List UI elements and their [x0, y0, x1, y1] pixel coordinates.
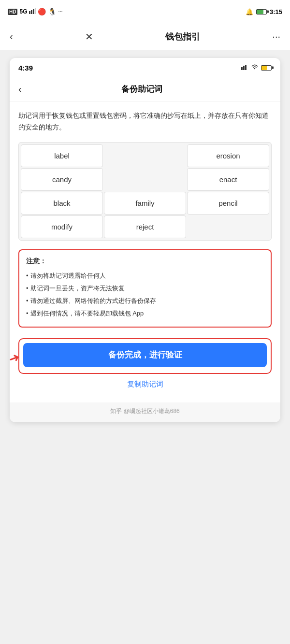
word-cell-2 — [104, 144, 186, 167]
svg-rect-2 — [33, 9, 34, 14]
word-cell-3: erosion — [187, 144, 269, 167]
outer-more-button[interactable]: ··· — [272, 31, 280, 42]
warning-item-1: • 请勿将助记词透露给任何人 — [26, 270, 264, 282]
signal-bars-icon — [29, 8, 36, 15]
outer-back-button[interactable]: ‹ — [10, 31, 13, 42]
warning-item-4: • 遇到任何情况，请不要轻易卸载钱包 App — [26, 307, 264, 320]
inner-page-title: 备份助记词 — [28, 84, 256, 95]
inner-battery-icon — [261, 65, 272, 71]
mnemonic-grid: label erosion candy enact black family p… — [18, 142, 272, 241]
outer-status-right: 🔔 3:15 — [246, 8, 282, 15]
hd-badge: HD — [8, 9, 17, 15]
inner-signal-icon — [241, 64, 248, 72]
inner-status-bar: 4:39 — [10, 58, 280, 77]
word-cell-7: black — [21, 192, 103, 215]
word-cell-12 — [187, 215, 269, 238]
inner-nav: ‹ 备份助记词 — [10, 77, 280, 101]
signal-icon: 5G — [19, 8, 27, 15]
confirm-button[interactable]: 备份完成，进行验证 — [23, 343, 267, 367]
more-apps-icon: ··· — [58, 9, 62, 14]
outer-close-button[interactable]: ✕ — [85, 31, 93, 43]
word-cell-5 — [104, 168, 186, 191]
inner-status-icons — [241, 64, 272, 72]
outer-nav-title: 钱包指引 — [165, 31, 200, 43]
word-cell-11: reject — [104, 215, 186, 238]
svg-rect-6 — [245, 65, 246, 70]
outer-status-bar: HD 5G 🔴 🐧 ··· 🔔 3:15 — [0, 0, 290, 23]
button-area: ➜ 备份完成，进行验证 — [18, 338, 272, 374]
warning-box: 注意： • 请勿将助记词透露给任何人 • 助记词一旦丢失，资产将无法恢复 • 请… — [18, 249, 272, 328]
phone-inner: 4:39 ‹ 备份助记词 助记词用于恢复钱包或重置钱包密码，将它准确的抄写在纸上… — [10, 58, 280, 422]
inner-back-button[interactable]: ‹ — [18, 84, 22, 95]
warning-title: 注意： — [26, 257, 264, 266]
word-cell-6: enact — [187, 168, 269, 191]
word-cell-1: label — [21, 144, 103, 167]
footer-attribution: 知乎 @崛起社区小诸葛686 — [10, 402, 280, 422]
bullet-icon-4: • — [26, 307, 29, 320]
outer-battery-icon — [256, 9, 267, 14]
inner-wifi-icon — [251, 64, 259, 72]
svg-rect-1 — [31, 10, 32, 14]
word-cell-4: candy — [21, 168, 103, 191]
outer-status-left: HD 5G 🔴 🐧 ··· — [8, 8, 63, 15]
bell-icon: 🔔 — [246, 8, 253, 15]
word-cell-8: family — [104, 192, 186, 215]
warning-item-2: • 助记词一旦丢失，资产将无法恢复 — [26, 282, 264, 295]
bullet-icon-1: • — [26, 270, 29, 282]
inner-time: 4:39 — [18, 64, 33, 72]
warning-item-3: • 请勿通过截屏、网络传输的方式进行备份保存 — [26, 295, 264, 307]
svg-rect-3 — [35, 8, 36, 14]
outer-nav-bar: ‹ ✕ 钱包指引 ··· — [0, 23, 290, 50]
bullet-icon-2: • — [26, 282, 29, 295]
word-cell-10: modify — [21, 215, 103, 238]
weibo-icon: 🔴 — [38, 8, 46, 15]
word-cell-9: pencil — [187, 192, 269, 215]
copy-link[interactable]: 复制助记词 — [18, 380, 272, 393]
inner-content: 助记词用于恢复钱包或重置钱包密码，将它准确的抄写在纸上，并存放在只有你知道的安全… — [10, 101, 280, 402]
bullet-icon-3: • — [26, 295, 29, 307]
outer-time: 3:15 — [270, 8, 282, 15]
description-text: 助记词用于恢复钱包或重置钱包密码，将它准确的抄写在纸上，并存放在只有你知道的安全… — [18, 110, 272, 133]
arrow-indicator: ➜ — [10, 349, 22, 367]
qq-icon: 🐧 — [48, 8, 56, 15]
svg-rect-4 — [241, 67, 243, 70]
svg-rect-0 — [29, 11, 30, 14]
svg-rect-5 — [243, 66, 245, 70]
